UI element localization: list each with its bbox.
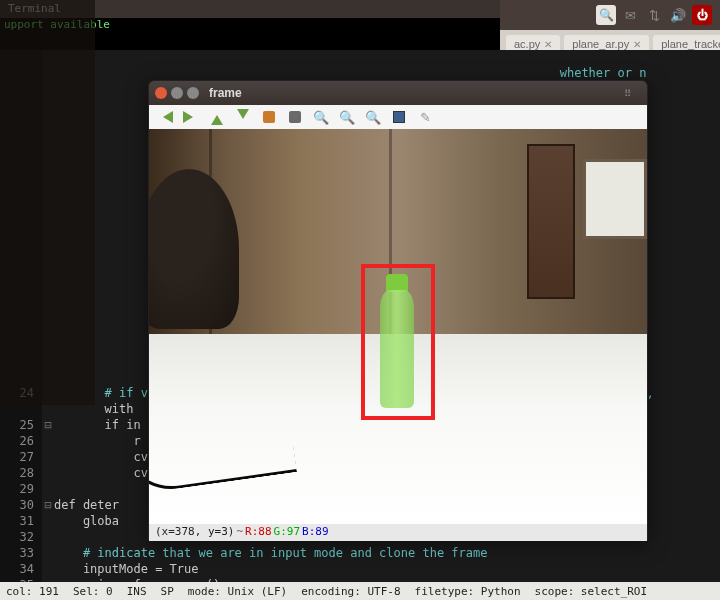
roi-rectangle	[361, 264, 435, 420]
fold-icon[interactable]	[42, 114, 54, 130]
network-icon[interactable]: ⇅	[644, 5, 664, 25]
code-text: # indicate that we are in input mode and…	[54, 546, 487, 562]
fold-icon[interactable]	[42, 130, 54, 146]
terminal-titlebar: Terminal	[0, 0, 500, 18]
status-scope: scope: select_ROI	[535, 585, 648, 598]
tab-label: plane_tracker.	[661, 38, 720, 50]
line-number: 31	[0, 514, 42, 530]
code-line[interactable]	[0, 50, 720, 66]
line-number: 33	[0, 546, 42, 562]
window-min-icon[interactable]	[171, 87, 183, 99]
line-number	[0, 130, 42, 146]
code-line[interactable]: 33 # indicate that we are in input mode …	[0, 546, 720, 562]
line-number	[0, 258, 42, 274]
fold-icon[interactable]	[42, 354, 54, 370]
fold-icon[interactable]	[42, 370, 54, 386]
fold-icon[interactable]	[42, 466, 54, 482]
nav-up-icon[interactable]	[209, 109, 225, 125]
line-number: 29	[0, 482, 42, 498]
status-ins: INS	[127, 585, 147, 598]
line-number	[0, 50, 42, 66]
line-number: 30	[0, 498, 42, 514]
capture-icon[interactable]	[261, 109, 277, 125]
fold-icon[interactable]	[42, 258, 54, 274]
status-col: col: 191	[6, 585, 59, 598]
status-sel: Sel: 0	[73, 585, 113, 598]
camera-view[interactable]	[149, 129, 647, 524]
fold-icon[interactable]	[42, 562, 54, 578]
status-sp: SP	[161, 585, 174, 598]
zoom-in-icon[interactable]: 🔍	[313, 109, 329, 125]
fold-icon[interactable]	[42, 338, 54, 354]
line-number: 32	[0, 530, 42, 546]
zoom-out-icon[interactable]: 🔍	[339, 109, 355, 125]
fold-icon[interactable]	[42, 194, 54, 210]
fold-icon[interactable]: ⊟	[42, 498, 54, 514]
fold-icon[interactable]	[42, 242, 54, 258]
fold-icon[interactable]	[42, 386, 54, 402]
scene-door	[527, 144, 575, 299]
search-icon[interactable]: 🔍	[596, 5, 616, 25]
line-number: 25	[0, 418, 42, 434]
pixel-readout: (x=378, y=3) ~ R:88 G:97 B:89	[149, 524, 647, 541]
fold-icon[interactable]	[42, 274, 54, 290]
image-toolbar: 🔍 🔍 🔍 ✎	[149, 105, 647, 129]
sound-icon[interactable]: 🔊	[668, 5, 688, 25]
fold-icon[interactable]	[42, 98, 54, 114]
code-text: globa	[54, 514, 119, 530]
fold-icon[interactable]	[42, 546, 54, 562]
nav-down-icon[interactable]	[235, 109, 251, 125]
nav-left-icon[interactable]	[157, 109, 173, 125]
fold-icon[interactable]	[42, 210, 54, 226]
tab-label: plane_ar.py	[572, 38, 629, 50]
fold-icon[interactable]	[42, 514, 54, 530]
status-encoding: encoding: UTF-8	[301, 585, 400, 598]
frame-titlebar[interactable]: frame ⠿	[149, 81, 647, 105]
fold-icon[interactable]	[42, 530, 54, 546]
zoom-fit-icon[interactable]: 🔍	[365, 109, 381, 125]
fold-icon[interactable]	[42, 82, 54, 98]
fold-icon[interactable]	[42, 66, 54, 82]
readout-g: G:97	[274, 525, 301, 540]
line-number: 26	[0, 434, 42, 450]
fold-icon[interactable]	[42, 178, 54, 194]
code-text: with	[54, 402, 133, 418]
mail-icon[interactable]: ✉	[620, 5, 640, 25]
line-number	[0, 114, 42, 130]
fold-icon[interactable]	[42, 434, 54, 450]
fold-icon[interactable]	[42, 50, 54, 66]
save-icon[interactable]	[391, 109, 407, 125]
fold-icon[interactable]	[42, 226, 54, 242]
fold-icon[interactable]: ⊟	[42, 418, 54, 434]
fold-icon[interactable]	[42, 322, 54, 338]
window-max-icon[interactable]	[187, 87, 199, 99]
line-number	[0, 338, 42, 354]
nav-right-icon[interactable]	[183, 109, 199, 125]
power-icon[interactable]: ⏻	[692, 5, 712, 25]
line-number	[0, 242, 42, 258]
fold-icon[interactable]	[42, 162, 54, 178]
fold-icon[interactable]	[42, 306, 54, 322]
status-filetype: filetype: Python	[415, 585, 521, 598]
close-icon[interactable]: ✕	[544, 39, 552, 50]
code-line[interactable]: 34 inputMode = True	[0, 562, 720, 578]
clear-icon[interactable]: ✎	[417, 109, 433, 125]
fold-icon[interactable]	[42, 482, 54, 498]
fold-icon[interactable]	[42, 402, 54, 418]
fold-icon[interactable]	[42, 290, 54, 306]
fold-icon[interactable]	[42, 450, 54, 466]
frame-window[interactable]: frame ⠿ 🔍 🔍 🔍 ✎ (x=378, y=3) ~ R:88 G:97…	[148, 80, 648, 540]
status-mode: mode: Unix (LF)	[188, 585, 287, 598]
line-number: 27	[0, 450, 42, 466]
line-number	[0, 306, 42, 322]
code-text: cv	[54, 450, 148, 466]
close-icon[interactable]: ✕	[633, 39, 641, 50]
line-number	[0, 162, 42, 178]
line-number	[0, 370, 42, 386]
code-text: cv	[54, 466, 148, 482]
stop-icon[interactable]	[287, 109, 303, 125]
line-number	[0, 226, 42, 242]
window-close-icon[interactable]	[155, 87, 167, 99]
line-number	[0, 82, 42, 98]
fold-icon[interactable]	[42, 146, 54, 162]
